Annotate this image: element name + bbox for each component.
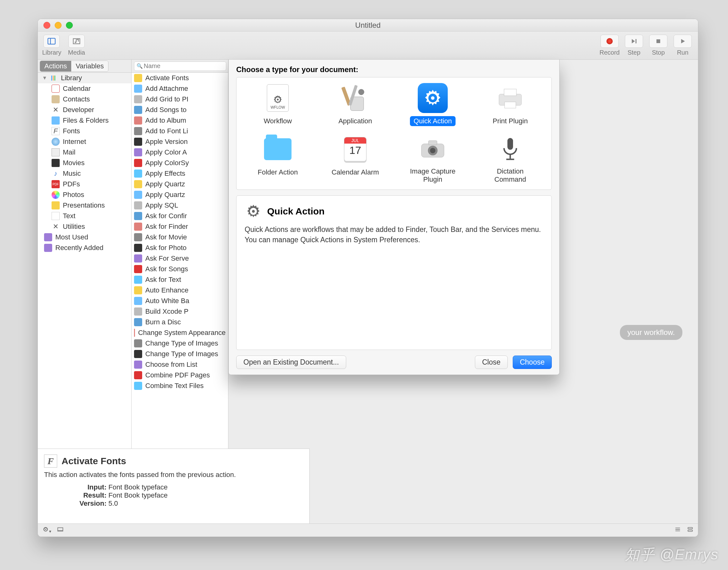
run-toolbar-button[interactable]: Run [672,35,694,56]
description-title: Quick Action [245,203,543,220]
doctype-folder-action[interactable]: Folder Action [239,134,317,184]
action-row[interactable]: Add Attachme [132,83,228,94]
action-row[interactable]: Apple Version [132,136,228,147]
doctype-application[interactable]: Application [317,83,394,126]
action-row[interactable]: Ask for Movie [132,232,228,243]
action-row[interactable]: Add Songs to [132,104,228,115]
toggle-log-button[interactable] [57,526,64,535]
library-toolbar-button[interactable]: Library [42,35,61,56]
doctype-calendar-alarm[interactable]: JUL17 Calendar Alarm [317,134,394,184]
action-row[interactable]: Apply Quartz [132,179,228,190]
smart-most-used[interactable]: Most Used [38,232,131,243]
stop-toolbar-button[interactable]: Stop [648,35,669,56]
category-fonts[interactable]: FFonts [38,126,131,136]
disclosure-triangle-icon[interactable]: ▼ [42,75,46,81]
category-mail[interactable]: Mail [38,147,131,158]
doctype-description: Quick Action Quick Actions are workflows… [236,196,552,350]
action-row[interactable]: Combine PDF Pages [132,370,228,380]
category-music[interactable]: ♪Music [38,168,131,179]
category-developer[interactable]: ✕Developer [38,104,131,115]
calendar-alarm-icon: JUL17 [340,134,370,164]
action-icon [134,371,142,379]
action-row[interactable]: Build Xcode P [132,306,228,317]
action-row[interactable]: Add Grid to PI [132,94,228,104]
action-row[interactable]: Apply SQL [132,200,228,211]
category-internet[interactable]: Internet [38,136,131,147]
smart-recently-added[interactable]: Recently Added [38,243,131,253]
action-menu-button[interactable]: ▾ [42,526,51,535]
quick-action-icon [418,83,448,113]
record-toolbar-button[interactable]: Record [599,35,620,56]
category-contacts[interactable]: Contacts [38,94,131,104]
category-presentations[interactable]: Presentations [38,200,131,211]
action-row[interactable]: Ask for Songs [132,264,228,274]
music-icon: ♪ [51,170,60,178]
action-label: Ask for Finder [145,223,188,231]
action-row[interactable]: Apply Effects [132,168,228,179]
step-toolbar-button[interactable]: Step [623,35,645,56]
category-text[interactable]: Text [38,211,131,221]
action-row[interactable]: Change System Appearance [132,327,228,338]
action-row[interactable]: Add to Album [132,115,228,126]
view-list-button[interactable] [674,526,681,535]
action-row[interactable]: Ask For Serve [132,253,228,264]
action-label: Auto White Ba [145,297,189,305]
svg-rect-22 [505,102,516,108]
open-existing-button[interactable]: Open an Existing Document... [236,355,346,369]
doctype-dictation-command[interactable]: DictationCommand [472,134,549,184]
action-icon [134,127,142,135]
variables-tab[interactable]: Variables [71,61,108,71]
action-icon [134,116,142,124]
media-toolbar-button[interactable]: Media [67,35,86,56]
search-input[interactable] [134,61,226,71]
description-body: Quick Actions are workflows that may be … [245,225,543,245]
category-utilities[interactable]: ✕Utilities [38,221,131,232]
action-row[interactable]: Activate Fonts [132,73,228,83]
action-label: Ask for Text [145,276,181,284]
close-button[interactable]: Close [475,355,508,369]
action-label: Ask for Photo [145,244,187,252]
info-description: This action activates the fonts passed f… [44,471,303,479]
action-row[interactable]: Auto Enhance [132,285,228,296]
choose-button[interactable]: Choose [513,355,552,369]
doctype-quick-action[interactable]: Quick Action [394,83,472,126]
action-row[interactable]: Ask for Confir [132,211,228,221]
category-calendar[interactable]: Calendar [38,83,131,94]
action-row[interactable]: Combine Text Files [132,380,228,391]
action-row[interactable]: Add to Font Li [132,126,228,136]
category-files-folders[interactable]: Files & Folders [38,115,131,126]
action-row[interactable]: Choose from List [132,359,228,370]
smart-folder-icon [44,233,52,241]
doctype-image-capture-plugin[interactable]: Image CapturePlugin [394,134,472,184]
titlebar: Untitled [38,19,698,31]
action-label: Ask for Movie [145,233,187,241]
action-row[interactable]: Apply ColorSy [132,158,228,168]
action-row[interactable]: Ask for Finder [132,221,228,232]
action-label: Apply Quartz [145,180,185,188]
action-row[interactable]: Apply Color A [132,147,228,158]
action-row[interactable]: Change Type of Images [132,338,228,349]
svg-rect-14 [688,527,693,529]
action-row[interactable]: Auto White Ba [132,296,228,306]
doctype-workflow[interactable]: WFLOW Workflow [239,83,317,126]
window-title: Untitled [38,21,698,30]
action-row[interactable]: Apply Quartz [132,190,228,200]
actions-tab[interactable]: Actions [40,61,71,71]
action-row[interactable]: Change Type of Images [132,349,228,359]
action-label: Activate Fonts [145,74,189,82]
category-movies[interactable]: Movies [38,158,131,168]
view-flow-button[interactable] [687,526,694,535]
category-photos[interactable]: Photos [38,190,131,200]
svg-rect-6 [51,75,52,80]
action-row[interactable]: Burn a Disc [132,317,228,327]
action-row[interactable]: Ask for Photo [132,243,228,253]
library-root-row[interactable]: ▼ Library [38,73,131,83]
doctype-print-plugin[interactable]: Print Plugin [472,83,549,126]
svg-rect-26 [428,140,437,145]
action-label: Change System Appearance [138,329,226,337]
action-icon [134,360,142,369]
action-label: Add Grid to PI [145,95,188,103]
category-pdfs[interactable]: PDFPDFs [38,179,131,190]
action-row[interactable]: Ask for Text [132,274,228,285]
action-icon [134,212,142,220]
